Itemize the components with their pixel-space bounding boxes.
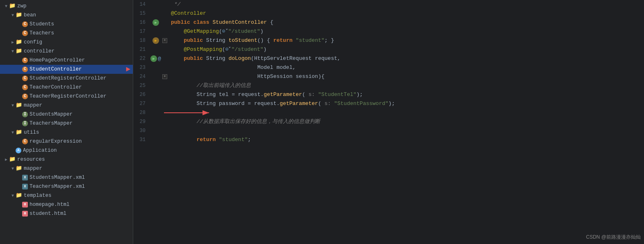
- tree-item-label: zwp: [17, 3, 27, 9]
- tree-expand-arrow[interactable]: ▼: [10, 13, 16, 18]
- fold-gutter: [162, 108, 168, 117]
- tree-item-label: StudentRegisterController: [30, 75, 107, 81]
- sidebar-item-regularExpression[interactable]: CregularExpression: [0, 137, 133, 146]
- breakpoint-icon[interactable]: ▶: [152, 19, 159, 26]
- interface-icon: I: [22, 112, 28, 117]
- tree-item-label: utils: [24, 130, 39, 135]
- tree-item-label: templates: [24, 193, 52, 198]
- code-line-29: 29 //从数据库取出保存好的信息，与传入的信息做判断: [133, 117, 644, 126]
- tree-item-label: TeacherController: [30, 84, 82, 90]
- tree-expand-arrow[interactable]: ▶: [3, 157, 9, 162]
- line-code: //从数据库取出保存好的信息，与传入的信息做判断: [168, 117, 644, 126]
- sidebar-item-mapper[interactable]: ▼📁mapper: [0, 101, 133, 110]
- code-line-23: 23 Model model,: [133, 63, 644, 72]
- folder-icon: 📁: [16, 48, 22, 55]
- line-code: return "student";: [168, 135, 644, 144]
- tree-expand-arrow[interactable]: ▼: [10, 49, 16, 54]
- annotation-arrow: ►: [126, 65, 130, 73]
- tree-expand-arrow[interactable]: ▶: [10, 40, 16, 45]
- line-code: */: [168, 0, 644, 9]
- tree-expand-arrow[interactable]: ▼: [10, 194, 16, 198]
- line-number: 31: [133, 135, 150, 144]
- sidebar-item-Application[interactable]: AApplication: [0, 146, 133, 155]
- sidebar-item-Teachers[interactable]: CTeachers: [0, 29, 133, 38]
- sidebar-item-StudentsMapper[interactable]: IStudentsMapper: [0, 110, 133, 119]
- sidebar-item-TeachersMapper.xml[interactable]: XTeachersMapper.xml: [0, 182, 133, 191]
- sidebar-item-student.html[interactable]: Hstudent.html: [0, 209, 133, 218]
- fold-gutter: [162, 99, 168, 108]
- sidebar-item-bean[interactable]: ▼📁bean: [0, 11, 133, 20]
- line-number: 22: [133, 54, 150, 63]
- class-icon: C: [22, 66, 28, 72]
- line-number: 23: [133, 63, 150, 72]
- fold-button[interactable]: +: [162, 38, 167, 43]
- tree-expand-arrow[interactable]: ▼: [10, 130, 16, 135]
- sidebar-item-TeacherController[interactable]: CTeacherController: [0, 83, 133, 92]
- sidebar-item-TeacherRegisterController[interactable]: CTeacherRegisterController: [0, 92, 133, 101]
- code-line-18: 18▶+ public String toStudent() { return …: [133, 36, 644, 45]
- line-number: 25: [133, 81, 150, 90]
- fold-button[interactable]: +: [162, 74, 167, 79]
- code-line-14: 14 */: [133, 0, 644, 9]
- line-gutter: ▶@: [150, 54, 162, 63]
- line-gutter: [150, 90, 162, 99]
- code-content: 14 */15@Controller16▶public class Studen…: [133, 0, 644, 244]
- sidebar-item-config[interactable]: ▶📁config: [0, 38, 133, 47]
- sidebar-item-TeachersMapper[interactable]: ITeachersMapper: [0, 119, 133, 128]
- tree-expand-arrow[interactable]: ▼: [10, 103, 16, 108]
- tree-item-label: student.html: [30, 211, 66, 217]
- tree-item-label: Teachers: [30, 30, 54, 36]
- sidebar-item-homepage.html[interactable]: Hhomepage.html: [0, 200, 133, 209]
- line-number: 26: [133, 90, 150, 99]
- line-code: Model model,: [168, 63, 644, 72]
- tree-item-label: resources: [17, 157, 45, 162]
- fold-gutter: [162, 135, 168, 144]
- breakpoint-icon[interactable]: ▶: [150, 55, 157, 62]
- file-tree[interactable]: ▼📁zwp▼📁beanCStudentsCTeachers▶📁config▼📁c…: [0, 0, 133, 244]
- sidebar-item-controller[interactable]: ▼📁controller: [0, 47, 133, 56]
- tree-item-label: regularExpression: [30, 139, 82, 144]
- sidebar-item-mapper2[interactable]: ▼📁mapper: [0, 164, 133, 173]
- fold-gutter: [162, 18, 168, 27]
- code-line-28: 28: [133, 108, 644, 117]
- watermark: CSDN @前路漫漫亦灿灿: [586, 234, 641, 241]
- sidebar-item-zwp[interactable]: ▼📁zwp: [0, 2, 133, 11]
- line-gutter: [150, 0, 162, 9]
- line-gutter: [150, 117, 162, 126]
- sidebar-item-utils[interactable]: ▼📁utils: [0, 128, 133, 137]
- sidebar-item-StudentsMapper.xml[interactable]: XStudentsMapper.xml: [0, 173, 133, 182]
- fold-gutter: [162, 63, 168, 72]
- sidebar-item-Students[interactable]: CStudents: [0, 20, 133, 29]
- sidebar-item-StudentController[interactable]: CStudentController►: [0, 65, 133, 74]
- sidebar-item-resources[interactable]: ▶📁resources: [0, 155, 133, 164]
- line-number: 14: [133, 0, 150, 9]
- folder-icon: 📁: [16, 192, 22, 199]
- tree-item-label: bean: [24, 12, 36, 18]
- line-code: HttpSession session){: [168, 72, 644, 81]
- line-gutter: ▶: [150, 36, 162, 45]
- sidebar-item-StudentRegisterController[interactable]: CStudentRegisterController: [0, 74, 133, 83]
- line-gutter: [150, 108, 162, 117]
- line-number: 29: [133, 117, 150, 126]
- tree-item-label: controller: [24, 48, 55, 54]
- line-number: 30: [133, 126, 150, 135]
- tree-item-label: StudentsMapper: [30, 112, 73, 117]
- code-line-21: 21 @PostMapping(⊙˅"/student"): [133, 45, 644, 54]
- fold-gutter[interactable]: +: [162, 72, 168, 81]
- sidebar-item-HomePageController[interactable]: CHomePageController: [0, 56, 133, 65]
- sidebar-item-templates[interactable]: ▼📁templates: [0, 191, 133, 200]
- fold-gutter[interactable]: +: [162, 36, 168, 45]
- fold-gutter: [162, 54, 168, 63]
- tree-expand-arrow[interactable]: ▼: [3, 4, 9, 9]
- line-number: 21: [133, 45, 150, 54]
- class-icon: C: [22, 93, 28, 99]
- line-number: 24: [133, 72, 150, 81]
- tree-item-label: homepage.html: [30, 202, 70, 208]
- breakpoint-modified-icon[interactable]: ▶: [152, 37, 159, 44]
- html-icon: H: [22, 211, 28, 217]
- code-line-22: 22▶@ public String doLogon(HttpServletRe…: [133, 54, 644, 63]
- tree-item-label: TeachersMapper.xml: [30, 184, 85, 189]
- tree-expand-arrow[interactable]: ▼: [10, 166, 16, 171]
- folder-icon: 📁: [16, 165, 22, 172]
- xml-icon: X: [22, 175, 28, 180]
